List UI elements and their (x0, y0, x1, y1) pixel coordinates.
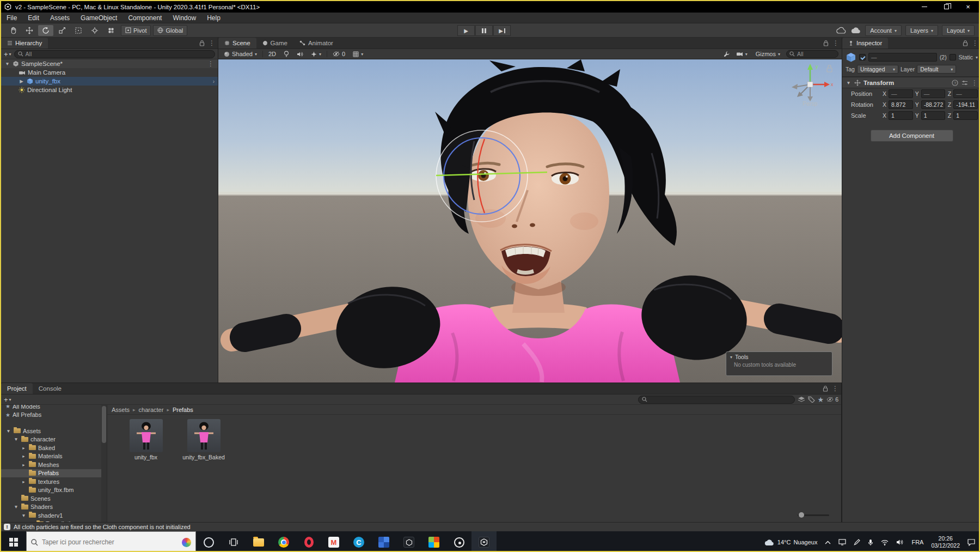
fold-open-icon[interactable]: ▼ (4, 61, 10, 66)
step-button[interactable]: ▶ (493, 25, 511, 36)
tab-inspector[interactable]: Inspector (842, 38, 888, 48)
help-icon[interactable]: ? (952, 80, 958, 86)
rotate-tool-button[interactable] (38, 25, 53, 36)
asset-item-unity-fbx[interactable]: unity_fbx (121, 419, 170, 460)
shading-mode-dropdown[interactable]: Shaded▾ (222, 50, 259, 58)
hidden-packages-toggle[interactable]: 6 (826, 396, 838, 403)
component-menu-icon[interactable]: ⋮ (971, 80, 978, 86)
weather-widget[interactable]: 14°C Nuageux (760, 531, 822, 552)
tab-hierarchy[interactable]: Hierarchy (1, 38, 48, 48)
asset-item-unity-fbx-baked[interactable]: unity_fbx_Baked (179, 419, 228, 460)
add-component-button[interactable]: Add Component (871, 130, 953, 142)
scene-effects-dropdown[interactable]: ▾ (309, 50, 323, 58)
project-create-button[interactable]: +▾ (4, 396, 11, 404)
search-by-type-icon[interactable] (798, 396, 805, 403)
scale-tool-button[interactable] (54, 25, 70, 36)
taskbar-app-unity-hub[interactable] (396, 531, 421, 552)
prefab-open-arrow-icon[interactable]: › (213, 78, 215, 84)
volume-tray-icon[interactable] (892, 531, 908, 552)
hidden-icons-button[interactable] (821, 531, 835, 552)
hierarchy-create-button[interactable]: +▾ (4, 50, 11, 58)
lock-icon[interactable] (199, 40, 205, 46)
static-dropdown-icon[interactable]: ▾ (976, 55, 978, 60)
search-by-label-icon[interactable] (808, 396, 815, 403)
scene-camera-dropdown[interactable]: ▾ (734, 50, 750, 58)
tab-console[interactable]: Console (33, 383, 68, 394)
menu-edit[interactable]: Edit (22, 13, 45, 23)
scene-visibility-toggle[interactable]: 0 (330, 50, 347, 58)
rotation-x-field[interactable]: 8.872 (889, 100, 913, 109)
tree-row-shaders[interactable]: ▼Shaders (1, 503, 107, 512)
tab-game[interactable]: Game (256, 38, 293, 48)
object-name-field[interactable]: — (868, 53, 937, 62)
slider-knob[interactable] (799, 512, 804, 518)
tree-row-prefabs[interactable]: Prefabs (1, 469, 107, 478)
scale-z-field[interactable]: 1 (953, 111, 978, 120)
tree-row-baked[interactable]: ▸Baked (1, 444, 107, 452)
hierarchy-item-unity-fbx[interactable]: ▶ unity_fbx › (1, 77, 218, 86)
2d-toggle-button[interactable]: 2D (266, 50, 278, 58)
breadcrumb-character[interactable]: character (139, 407, 164, 413)
inspector-menu-icon[interactable]: ⋮ (972, 40, 978, 46)
scene-root-row[interactable]: ▼ SampleScene* ⋮ (1, 59, 218, 68)
tab-animator[interactable]: Animator (293, 38, 339, 48)
close-button[interactable]: × (957, 1, 979, 13)
layer-dropdown[interactable]: Default▾ (917, 65, 956, 74)
account-dropdown[interactable]: Account▾ (865, 25, 902, 36)
global-toggle-button[interactable]: Global (153, 25, 187, 36)
hierarchy-search-input[interactable]: All (14, 50, 215, 58)
scale-y-field[interactable]: 1 (921, 111, 946, 120)
hierarchy-menu-icon[interactable]: ⋮ (209, 40, 215, 46)
start-button[interactable] (1, 531, 26, 552)
tree-row-unity-fbx-fbm[interactable]: unity_fbx.fbm (1, 486, 107, 495)
scene-viewport[interactable]: y x Persp ▾Tools No custom tools availab… (218, 59, 842, 383)
taskbar-app-unity-editor[interactable] (471, 531, 497, 552)
restore-button[interactable] (935, 1, 957, 13)
tree-row-scenes[interactable]: Scenes (1, 494, 107, 503)
active-checkbox[interactable] (859, 54, 866, 60)
cloud-services-icon[interactable] (850, 27, 861, 34)
fold-open-icon[interactable]: ▼ (846, 80, 852, 86)
scene-options-icon[interactable]: ⋮ (207, 60, 214, 67)
menu-window[interactable]: Window (167, 13, 201, 23)
tree-row-textures[interactable]: ▸textures (1, 477, 107, 486)
layout-dropdown[interactable]: Layout▾ (942, 25, 975, 36)
position-y-field[interactable]: — (921, 89, 946, 98)
taskbar-app-cortana[interactable] (196, 531, 221, 552)
pivot-toggle-button[interactable]: Pivot (121, 25, 151, 36)
scene-tools-icon[interactable] (724, 51, 730, 57)
move-tool-button[interactable] (22, 25, 37, 36)
language-indicator[interactable]: FRA (908, 531, 927, 552)
rotation-z-field[interactable]: -194.11 (953, 100, 978, 109)
tag-dropdown[interactable]: Untagged▾ (857, 65, 898, 74)
tree-scrollbar[interactable] (101, 405, 107, 523)
scale-x-field[interactable]: 1 (889, 111, 913, 120)
hand-tool-button[interactable] (5, 25, 21, 36)
taskbar-app-blue-grid[interactable] (371, 531, 396, 552)
transform-component-header[interactable]: ▼ Transform ? ⋮ (842, 77, 980, 88)
taskbar-app-task-view[interactable] (221, 531, 246, 552)
menu-assets[interactable]: Assets (45, 13, 75, 23)
action-center-button[interactable] (964, 531, 979, 552)
scene-lighting-button[interactable] (281, 50, 291, 58)
bing-daily-icon[interactable] (182, 538, 191, 547)
breadcrumb-prefabs[interactable]: Prefabs (173, 407, 193, 413)
fold-open-icon[interactable]: ▾ (730, 355, 732, 360)
project-menu-icon[interactable]: ⋮ (832, 385, 838, 392)
tree-row-all-models[interactable]: ★All Models (1, 405, 107, 411)
menu-file[interactable]: File (1, 13, 22, 23)
gizmos-dropdown[interactable]: Gizmos▾ (754, 50, 782, 58)
projection-label[interactable]: Persp (803, 100, 818, 107)
taskbar-app-opera[interactable] (296, 531, 321, 552)
orientation-gizmo[interactable]: y x Persp (784, 62, 836, 108)
tree-row-assets[interactable]: ▼Assets (1, 427, 107, 435)
lock-icon[interactable] (963, 40, 968, 46)
project-search-input[interactable] (638, 396, 795, 404)
scene-search-input[interactable]: All (786, 50, 838, 58)
display-tray-icon[interactable] (835, 531, 850, 552)
layers-dropdown[interactable]: Layers▾ (905, 25, 938, 36)
menu-component[interactable]: Component (122, 13, 167, 23)
minimize-button[interactable] (914, 1, 935, 13)
fold-closed-icon[interactable]: ▶ (19, 78, 24, 84)
taskbar-app-ring[interactable] (446, 531, 471, 552)
